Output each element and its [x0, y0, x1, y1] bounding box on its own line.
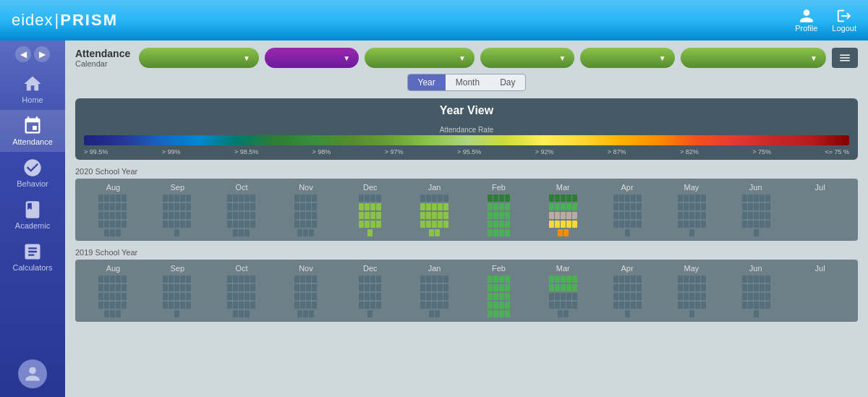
day-cell[interactable] [689, 284, 694, 291]
day-cell[interactable] [186, 221, 191, 228]
day-cell[interactable] [98, 203, 103, 210]
day-cell[interactable] [637, 195, 642, 202]
day-cell[interactable] [438, 293, 443, 300]
day-cell[interactable] [493, 310, 498, 317]
day-cell[interactable] [180, 221, 185, 228]
day-cell[interactable] [631, 203, 636, 210]
day-cell[interactable] [426, 203, 431, 210]
day-cell[interactable] [631, 195, 636, 202]
day-cell[interactable] [566, 212, 571, 219]
day-cell[interactable] [488, 276, 493, 283]
day-cell[interactable] [116, 276, 121, 283]
day-cell[interactable] [426, 195, 431, 202]
day-cell[interactable] [488, 212, 493, 219]
day-cell[interactable] [312, 195, 317, 202]
day-cell[interactable] [748, 203, 753, 210]
day-cell[interactable] [110, 310, 115, 317]
day-cell[interactable] [549, 276, 554, 283]
day-cell[interactable] [572, 221, 577, 228]
day-cell[interactable] [365, 293, 370, 300]
day-cell[interactable] [420, 276, 425, 283]
day-cell[interactable] [488, 195, 493, 202]
day-cell[interactable] [376, 212, 381, 219]
day-cell[interactable] [244, 195, 250, 202]
day-cell[interactable] [748, 302, 753, 309]
day-cell[interactable] [365, 212, 370, 219]
day-cell[interactable] [689, 212, 694, 219]
day-cell[interactable] [186, 276, 191, 283]
day-cell[interactable] [754, 229, 759, 236]
toolbar-menu-button[interactable] [832, 48, 858, 68]
day-cell[interactable] [438, 302, 443, 309]
day-cell[interactable] [435, 310, 440, 317]
day-cell[interactable] [438, 284, 443, 291]
day-cell[interactable] [365, 203, 370, 210]
day-cell[interactable] [294, 195, 299, 202]
day-cell[interactable] [684, 276, 689, 283]
day-cell[interactable] [561, 276, 566, 283]
day-cell[interactable] [294, 284, 299, 291]
day-cell[interactable] [359, 212, 364, 219]
day-cell[interactable] [754, 284, 759, 291]
day-cell[interactable] [98, 195, 103, 202]
day-cell[interactable] [505, 284, 510, 291]
day-cell[interactable] [505, 229, 510, 236]
day-cell[interactable] [312, 276, 317, 283]
day-cell[interactable] [443, 212, 448, 219]
dropdown-3[interactable]: ▼ [365, 48, 475, 68]
day-cell[interactable] [309, 310, 314, 317]
day-cell[interactable] [558, 229, 563, 236]
day-cell[interactable] [426, 276, 431, 283]
day-cell[interactable] [420, 195, 425, 202]
day-cell[interactable] [549, 221, 554, 228]
view-btn-year[interactable]: Year [408, 74, 446, 90]
day-cell[interactable] [613, 195, 618, 202]
day-cell[interactable] [376, 293, 381, 300]
day-cell[interactable] [561, 293, 566, 300]
day-cell[interactable] [765, 302, 770, 309]
day-cell[interactable] [432, 195, 437, 202]
day-cell[interactable] [637, 293, 642, 300]
sidebar-item-academic[interactable]: Academic [0, 194, 65, 236]
day-cell[interactable] [312, 302, 317, 309]
day-cell[interactable] [174, 276, 179, 283]
day-cell[interactable] [163, 276, 168, 283]
day-cell[interactable] [250, 195, 255, 202]
day-cell[interactable] [116, 203, 121, 210]
day-cell[interactable] [359, 302, 364, 309]
day-cell[interactable] [619, 221, 624, 228]
day-cell[interactable] [169, 212, 174, 219]
day-cell[interactable] [701, 195, 706, 202]
day-cell[interactable] [505, 310, 510, 317]
day-cell[interactable] [239, 195, 244, 202]
sidebar-item-behavior[interactable]: Behavior [0, 152, 65, 194]
day-cell[interactable] [244, 212, 250, 219]
day-cell[interactable] [163, 203, 168, 210]
day-cell[interactable] [505, 212, 510, 219]
day-cell[interactable] [760, 195, 765, 202]
day-cell[interactable] [110, 221, 115, 228]
day-cell[interactable] [365, 302, 370, 309]
day-cell[interactable] [239, 302, 244, 309]
day-cell[interactable] [250, 284, 255, 291]
day-cell[interactable] [420, 302, 425, 309]
day-cell[interactable] [98, 276, 103, 283]
day-cell[interactable] [104, 310, 109, 317]
day-cell[interactable] [250, 276, 255, 283]
day-cell[interactable] [613, 284, 618, 291]
day-cell[interactable] [684, 284, 689, 291]
day-cell[interactable] [303, 229, 308, 236]
day-cell[interactable] [110, 212, 115, 219]
day-cell[interactable] [98, 293, 103, 300]
day-cell[interactable] [684, 302, 689, 309]
dropdown-4[interactable]: ▼ [480, 48, 574, 68]
day-cell[interactable] [169, 195, 174, 202]
day-cell[interactable] [493, 195, 498, 202]
day-cell[interactable] [678, 293, 683, 300]
day-cell[interactable] [169, 302, 174, 309]
day-cell[interactable] [420, 293, 425, 300]
day-cell[interactable] [110, 276, 115, 283]
day-cell[interactable] [312, 203, 317, 210]
day-cell[interactable] [312, 293, 317, 300]
day-cell[interactable] [174, 310, 179, 317]
